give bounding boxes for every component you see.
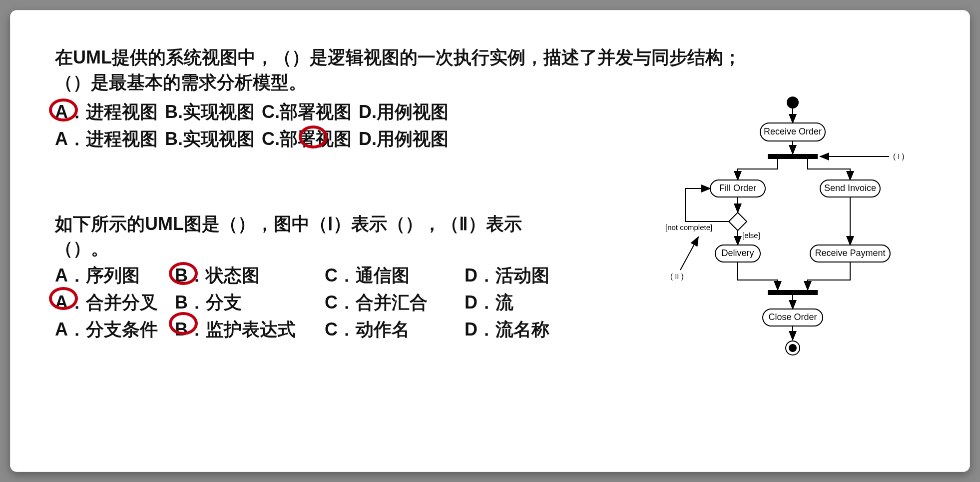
- q1-r2-A: A．进程视图: [55, 128, 158, 149]
- q2-r1-A: A．序列图: [55, 263, 175, 288]
- q2-r3-B: B．监护表达式: [175, 317, 325, 342]
- q2-r1-C: C．通信图: [325, 263, 465, 288]
- q1-r1-B: B.实现视图: [165, 102, 255, 122]
- uml-activity-diagram: Receive Order ( I ) Fill Order Send Invo…: [650, 90, 930, 370]
- q2-r2-C: C．合并汇合: [325, 290, 465, 315]
- q2-r2-A: A．合并分叉: [55, 290, 175, 315]
- q2-stem: 如下所示的UML图是（），图中（Ⅰ）表示（），（Ⅱ）表示（）。: [55, 212, 574, 261]
- q2-r3-D: D．流名称: [465, 317, 594, 342]
- annotation-label-ii: ( II ): [670, 272, 684, 280]
- guard-not-complete: [not complete]: [665, 223, 712, 232]
- activity-close-order-label: Close Order: [768, 312, 817, 322]
- q1-r2-B: B.实现视图: [165, 128, 255, 149]
- decision-node-icon: [729, 212, 747, 230]
- q2-r3-C: C．动作名: [325, 317, 465, 342]
- guard-else: [else]: [742, 231, 760, 240]
- page-root: 在UML提供的系统视图中，（）是逻辑视图的一次执行实例，描述了并发与同步结构；（…: [0, 0, 980, 482]
- q1-r1-A: A．进程视图: [55, 102, 158, 122]
- fork-bar: [768, 154, 818, 159]
- q1-r1-C: C.部署视图: [262, 102, 352, 122]
- annotation-arrow-ii: [680, 237, 698, 270]
- initial-node-icon: [787, 96, 799, 108]
- flow-arrow: [808, 262, 850, 290]
- q1-r2-C: C.部署视图: [262, 128, 352, 149]
- q1-r1-D: D.用例视图: [359, 102, 449, 122]
- q2-r1-D: D．活动图: [465, 263, 594, 288]
- flow-arrow: [808, 159, 850, 180]
- activity-send-invoice-label: Send Invoice: [824, 183, 876, 193]
- q1-r2-D: D.用例视图: [359, 128, 449, 149]
- q2-r3-A: A．分支条件: [55, 317, 175, 342]
- q2-r1-B: B．状态图: [175, 263, 325, 288]
- flow-arrow: [738, 159, 778, 180]
- join-bar: [768, 290, 818, 295]
- q2-r2-D: D．流: [465, 290, 594, 315]
- activity-fill-order-label: Fill Order: [719, 183, 756, 193]
- activity-receive-payment-label: Receive Payment: [815, 248, 885, 258]
- flow-arrow: [738, 262, 778, 290]
- annotation-label-i: ( I ): [893, 152, 905, 160]
- activity-delivery-label: Delivery: [721, 248, 754, 258]
- slide-card: 在UML提供的系统视图中，（）是逻辑视图的一次执行实例，描述了并发与同步结构；（…: [10, 10, 970, 472]
- q2-r2-B: B．分支: [175, 290, 325, 315]
- final-node-dot-icon: [789, 344, 797, 352]
- q1-stem: 在UML提供的系统视图中，（）是逻辑视图的一次执行实例，描述了并发与同步结构；（…: [55, 45, 764, 96]
- activity-receive-order-label: Receive Order: [764, 126, 822, 136]
